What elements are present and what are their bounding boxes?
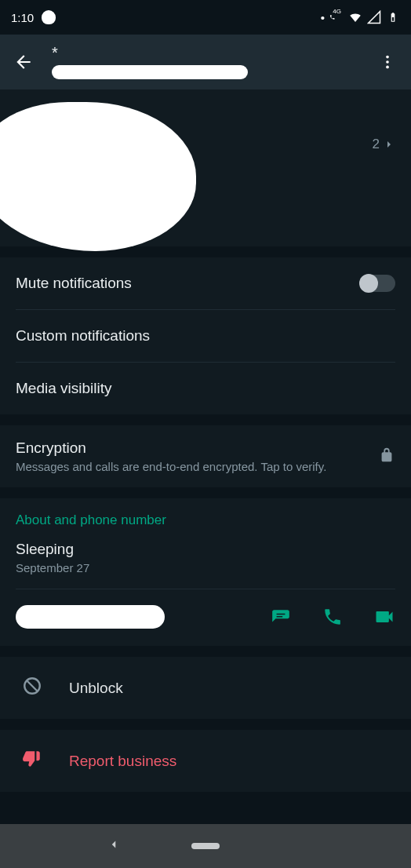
about-section-title: About and phone number <box>0 512 411 536</box>
chevron-right-icon <box>383 138 395 151</box>
about-status-date: September 27 <box>16 561 395 574</box>
custom-notifications-row[interactable]: Custom notifications <box>0 310 411 362</box>
wifi-icon <box>348 10 362 24</box>
status-time: 1:10 <box>11 11 34 24</box>
back-button[interactable] <box>9 48 38 76</box>
video-call-icon[interactable] <box>373 606 395 628</box>
custom-label: Custom notifications <box>16 327 150 345</box>
svg-point-0 <box>386 56 389 59</box>
about-status-row[interactable]: Sleeping September 27 <box>0 536 411 589</box>
report-section: Report business <box>0 730 411 792</box>
media-thumbnails-area[interactable] <box>0 160 411 246</box>
notification-settings: Mute notifications Custom notifications … <box>0 257 411 414</box>
media-visibility-row[interactable]: Media visibility <box>0 363 411 414</box>
about-section: About and phone number Sleeping Septembe… <box>0 498 411 646</box>
svg-point-1 <box>386 60 389 64</box>
encryption-title: Encryption <box>16 439 326 457</box>
volte-icon: 4G <box>329 10 344 24</box>
status-dot-icon: • <box>321 11 325 24</box>
nav-home-pill[interactable] <box>191 843 220 849</box>
report-label: Report business <box>69 753 176 770</box>
mute-toggle[interactable] <box>361 275 395 292</box>
phone-number-redacted <box>16 605 165 629</box>
unblock-icon <box>22 676 42 700</box>
encryption-row[interactable]: Encryption Messages and calls are end-to… <box>0 425 411 487</box>
lock-icon <box>378 447 395 467</box>
app-bar: * <box>0 35 411 89</box>
net-label: 4G <box>333 8 341 15</box>
call-icon[interactable] <box>322 606 344 628</box>
unblock-row[interactable]: Unblock <box>0 657 411 719</box>
notification-ghost-icon <box>42 10 56 24</box>
encryption-subtitle: Messages and calls are end-to-end encryp… <box>16 460 326 473</box>
system-nav-bar <box>0 824 411 868</box>
overflow-menu-button[interactable] <box>373 48 402 76</box>
media-section: Media 2 <box>0 124 411 246</box>
message-icon[interactable] <box>270 606 292 628</box>
status-bar: 1:10 • 4G <box>0 0 411 35</box>
thumbs-down-icon <box>22 749 42 773</box>
svg-point-2 <box>386 66 389 69</box>
media-header-row[interactable]: Media 2 <box>0 124 411 160</box>
contact-name-prefix: * <box>52 45 359 60</box>
content-gap <box>0 89 411 124</box>
media-count: 2 <box>373 137 395 152</box>
encryption-section: Encryption Messages and calls are end-to… <box>0 425 411 487</box>
signal-icon <box>367 10 381 24</box>
nav-back-button[interactable] <box>107 837 121 855</box>
unblock-label: Unblock <box>69 680 123 697</box>
battery-icon <box>386 10 400 24</box>
phone-row <box>0 589 411 646</box>
media-title: Media <box>16 137 52 152</box>
mute-label: Mute notifications <box>16 275 132 292</box>
visibility-label: Media visibility <box>16 380 111 397</box>
about-status-text: Sleeping <box>16 541 395 558</box>
unblock-section: Unblock <box>0 657 411 719</box>
contact-name-redacted <box>52 65 248 79</box>
mute-notifications-row[interactable]: Mute notifications <box>0 257 411 309</box>
report-row[interactable]: Report business <box>0 730 411 792</box>
svg-line-4 <box>27 681 38 691</box>
